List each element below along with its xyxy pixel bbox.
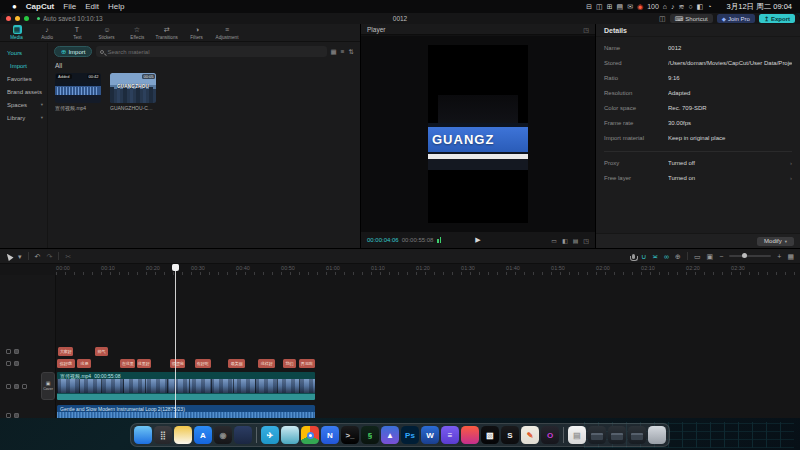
menu-item-file[interactable]: File [63,2,76,11]
undo-icon[interactable]: ↶ [35,253,41,260]
zoom-out-icon[interactable]: − [719,253,723,260]
dock-app-opera[interactable]: O [541,426,559,444]
resolution-icon[interactable]: ▤ [573,237,579,244]
dock-app-word-app[interactable]: W [421,426,439,444]
sidebar-item-brand-assets[interactable]: Brand assets [0,85,47,98]
display-icon[interactable]: ◫ [596,3,603,11]
tab-audio[interactable]: ♪Audio [32,25,62,40]
keyboard-icon[interactable]: ⊟ [586,3,592,11]
wifi-icon[interactable]: ≋ [679,3,685,11]
fit-timeline-icon[interactable]: ▦ [787,253,794,260]
menu-item-edit[interactable]: Edit [85,2,99,11]
dock-minimized-window[interactable] [628,426,646,444]
text-clip[interactable]: 这是 [77,359,91,368]
zoom-slider[interactable] [729,255,771,257]
text-clip[interactable]: 很漂亮 [170,359,185,368]
split-icon[interactable]: ✂ [65,253,71,260]
text-clip[interactable]: 帅气 [95,347,108,356]
mirroring-icon[interactable]: ⊞ [607,3,613,11]
menu-app-name[interactable]: CapCut [26,2,54,11]
dock-app-s-app[interactable]: S [501,426,519,444]
sidebar-item-spaces[interactable]: Spaces▾ [0,98,47,111]
dock-app-record-app[interactable]: ◉ [214,426,232,444]
details-toggle-row[interactable]: Free layerTurned on› [596,170,800,185]
battery-label[interactable]: 100 [647,3,659,10]
player-stage[interactable]: GUANGZ [361,36,595,232]
playhead[interactable] [175,264,176,418]
tab-media[interactable]: ▦Media [2,25,32,40]
layout-toggle-icon[interactable]: ◫ [659,15,666,23]
select-dropdown-icon[interactable]: ▾ [18,253,22,260]
recording-icon[interactable]: ◉ [637,3,643,11]
tab-filters[interactable]: ◑Filters [182,25,212,40]
sidebar-item-import[interactable]: Import [0,59,47,72]
menu-clock[interactable]: 3月12日 周二 09:04 [727,2,792,12]
mail-icon[interactable]: ✉ [627,3,633,11]
compare-icon[interactable]: ◧ [562,237,568,244]
list-view-icon[interactable]: ≡ [341,48,345,56]
text-clip[interactable]: 你好哦 [57,359,75,368]
video-preview[interactable]: GUANGZ [428,45,528,223]
text-clip[interactable]: 在这里 [120,359,135,368]
redo-icon[interactable]: ↷ [46,253,52,260]
record-voiceover-icon[interactable] [632,254,635,259]
search-input[interactable] [107,49,322,55]
apple-menu-icon[interactable]: ● [12,2,17,11]
tab-text[interactable]: TText [62,25,92,40]
dock-app-tasks-app[interactable]: ≡ [441,426,459,444]
dock-app-terminal[interactable]: >_ [341,426,359,444]
transform-icon[interactable]: ▣ [707,253,714,260]
playhead-handle[interactable] [172,264,179,271]
export-button[interactable]: ↥ Export [759,14,795,23]
tab-effects[interactable]: ☆Effects [122,25,152,40]
dock-app-capcut[interactable]: ▧ [481,426,499,444]
music-icon[interactable]: ♪ [671,3,675,10]
join-pro-button[interactable]: ◆ Join Pro [717,14,755,23]
tab-stickers[interactable]: ☺Stickers [92,25,122,40]
player-expand-icon[interactable]: ◳ [583,26,589,33]
preview-axis-icon[interactable]: ⊕ [675,253,681,260]
mask-icon[interactable]: ▭ [694,253,701,260]
dock-app-launchpad[interactable]: ⣿ [154,426,172,444]
text-clip[interactable]: 再见啦 [299,359,315,368]
dock-app-music-app[interactable] [461,426,479,444]
search-icon[interactable]: ○ [688,3,692,10]
text-clip[interactable]: 这里好 [137,359,151,368]
dock-app-bird-app[interactable] [281,426,299,444]
shortcut-button[interactable]: ⌨ Shortcut [670,14,713,23]
dock-minimized-window[interactable] [588,426,606,444]
minimize-window-button[interactable] [15,16,20,21]
search-box[interactable] [96,46,326,57]
dock-app-pencil-app[interactable]: ✎ [521,426,539,444]
close-window-button[interactable] [6,16,11,21]
details-toggle-row[interactable]: ProxyTurned off› [596,155,800,170]
canvas-ratio-icon[interactable]: ▭ [551,237,557,244]
dock-app-trash[interactable] [648,426,666,444]
dock-app-notes[interactable] [174,426,192,444]
control-center-icon[interactable]: ◧ [697,3,704,11]
sidebar-item-favorites[interactable]: Favorites [0,72,47,85]
dock-app-chrome[interactable] [301,426,319,444]
menu-item-help[interactable]: Help [108,2,124,11]
grid-view-icon[interactable]: ▦ [331,48,337,56]
text-clip[interactable]: 最美丽 [228,359,245,368]
dock-app-app-store[interactable]: A [194,426,212,444]
stats-icon[interactable]: ▤ [617,3,624,11]
dock-app-journal-app[interactable] [234,426,252,444]
siri-icon[interactable]: ◔ [707,3,711,10]
dock-app-telegram[interactable]: ✈ [261,426,279,444]
text-clip[interactable]: 这样好 [258,359,275,368]
linking-icon[interactable]: ∞ [664,253,669,260]
dock-app-photoshop[interactable]: Ps [401,426,419,444]
dock-app-document-preview[interactable]: ▤ [568,426,586,444]
import-button[interactable]: ⊕ Import [54,46,92,57]
audio-clip[interactable]: Gentle and Slow Modern Instrumental Loop… [57,405,315,418]
video-clip[interactable]: 宣传视频.mp400:00:55:08 [57,372,315,400]
dock-app-finder[interactable] [134,426,152,444]
dock-app-notion-calendar[interactable]: N [321,426,339,444]
select-tool-icon[interactable] [4,251,13,260]
zoom-slider-knob[interactable] [742,253,747,258]
sidebar-item-yours[interactable]: Yours [0,46,47,59]
text-clip[interactable]: 有好吃 [195,359,211,368]
dock-minimized-window[interactable] [608,426,626,444]
